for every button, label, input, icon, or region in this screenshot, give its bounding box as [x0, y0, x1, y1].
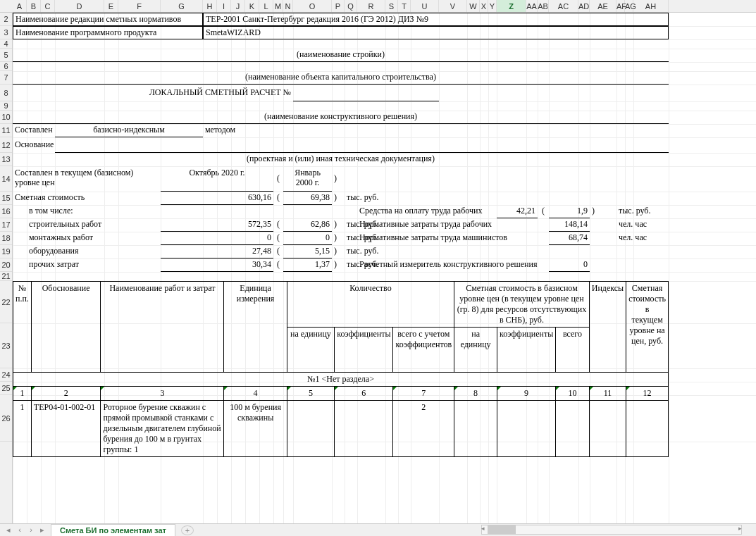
cell-labels-r15_g[interactable]: 630,16: [161, 192, 273, 205]
cell-labels-r16_b[interactable]: в том числе:: [27, 205, 161, 218]
col-header-X[interactable]: X: [480, 0, 488, 12]
row-header-25[interactable]: 25: [0, 382, 12, 395]
row-header-4[interactable]: 4: [0, 39, 12, 49]
row-header-5[interactable]: 5: [0, 49, 12, 62]
row-header-12[interactable]: 12: [0, 137, 12, 153]
cell-labels-r14_g[interactable]: Октябрь 2020 г.: [161, 166, 273, 192]
row-name[interactable]: Роторное бурение скважин с прямой промыв…: [101, 401, 224, 457]
row-c11[interactable]: [589, 401, 626, 457]
row-header-13[interactable]: 13: [0, 153, 12, 166]
col-header-L[interactable]: L: [259, 0, 273, 12]
row-header-7[interactable]: 7: [0, 71, 12, 85]
col-header-P[interactable]: P: [332, 0, 345, 12]
row-header-24[interactable]: 24: [0, 368, 12, 382]
cell-labels-r18_r[interactable]: Нормативные затраты труда машинистов: [357, 232, 549, 245]
row-c6[interactable]: [335, 401, 393, 457]
cell-labels-r17_af[interactable]: чел. час: [616, 218, 669, 232]
cell-labels-r12_a[interactable]: Основание: [13, 137, 55, 153]
cell-labels-r11_h[interactable]: методом: [203, 124, 259, 137]
cell-labels-r16_r[interactable]: Средства на оплату труда рабочих: [357, 205, 497, 218]
row-header-8[interactable]: 8: [0, 85, 12, 101]
cell-labels-r17_m[interactable]: (: [273, 218, 283, 232]
row-code[interactable]: ТЕР04-01-002-01: [31, 401, 101, 457]
col-header-M[interactable]: M: [273, 0, 283, 12]
col-header-E[interactable]: E: [104, 0, 118, 12]
cell-labels-r18_p[interactable]: ): [332, 232, 345, 245]
col-header-Q[interactable]: Q: [345, 0, 357, 12]
cell-labels-r20_ac[interactable]: 0: [549, 258, 590, 272]
cell-labels-r15_n[interactable]: 69,38: [283, 192, 332, 205]
col-header-U[interactable]: U: [411, 0, 439, 12]
col-header-K[interactable]: K: [245, 0, 259, 12]
cell-labels-r17_n[interactable]: 62,86: [283, 218, 332, 232]
row-n[interactable]: 1: [13, 401, 32, 457]
row-unit[interactable]: 100 м бурения скважины: [224, 401, 287, 457]
col-header-F[interactable]: F: [118, 0, 161, 12]
cell-labels-r18_b[interactable]: монтажных работ: [27, 232, 161, 245]
col-header-R[interactable]: R: [357, 0, 385, 12]
cell-labels-r20_b[interactable]: прочих затрат: [27, 258, 161, 272]
row-qty[interactable]: 2: [393, 401, 454, 457]
row-header-11[interactable]: 11: [0, 124, 12, 137]
cell-labels-r14_n[interactable]: Январь 2000 г.: [283, 166, 332, 192]
cell-labels-r8[interactable]: ЛОКАЛЬНЫЙ СМЕТНЫЙ РАСЧЕТ №: [13, 85, 293, 101]
col-header-O[interactable]: O: [293, 0, 332, 12]
add-sheet-button[interactable]: +: [181, 525, 194, 535]
cell-labels-r15_p[interactable]: ): [332, 192, 345, 205]
col-header-V[interactable]: V: [439, 0, 467, 12]
cells[interactable]: Наименование редакции сметных нормативов…: [13, 13, 756, 523]
tab-last[interactable]: ▸: [37, 525, 48, 535]
row-header-26[interactable]: 26: [0, 395, 12, 442]
col-header-I[interactable]: I: [217, 0, 231, 12]
row-header-15[interactable]: 15: [0, 192, 12, 205]
cell-labels-r16_ab[interactable]: (: [538, 205, 549, 218]
cell-labels-r13[interactable]: (проектная и (или) иная техническая доку…: [13, 153, 669, 166]
col-header-Z[interactable]: Z: [497, 0, 526, 12]
tab-first[interactable]: ◂: [3, 525, 14, 535]
row-header-18[interactable]: 18: [0, 232, 12, 245]
cell-labels-r20_n[interactable]: 1,37: [283, 258, 332, 272]
cell-labels-r18_n[interactable]: 0: [283, 232, 332, 245]
col-header-AA[interactable]: AA: [526, 0, 538, 12]
col-header-T[interactable]: T: [398, 0, 411, 12]
col-header-AC[interactable]: AC: [549, 0, 578, 12]
cell-labels-r20_m[interactable]: (: [273, 258, 283, 272]
cell-labels-r15_q[interactable]: тыс. руб.: [345, 192, 411, 205]
col-header-Y[interactable]: Y: [488, 0, 497, 12]
cell-labels-r14_a[interactable]: Составлен в текущем (базисном) уровне це…: [13, 166, 161, 192]
row-header-21[interactable]: 21: [0, 272, 12, 281]
col-header-S[interactable]: S: [385, 0, 398, 12]
cell-labels-r18_g[interactable]: 0: [161, 232, 273, 245]
cell-labels-r18_ac[interactable]: 68,74: [549, 232, 590, 245]
cell-labels-r15_m[interactable]: (: [273, 192, 283, 205]
row-c5[interactable]: [287, 401, 335, 457]
cell-labels-r17_ac[interactable]: 148,14: [549, 218, 590, 232]
col-header-H[interactable]: H: [203, 0, 217, 12]
cell-labels-r14_m[interactable]: (: [273, 166, 283, 192]
col-header-J[interactable]: J: [231, 0, 245, 12]
row-header-19[interactable]: 19: [0, 245, 12, 258]
row-header-22[interactable]: 22: [0, 281, 12, 323]
row-c9[interactable]: [497, 401, 555, 457]
cell-labels-r16_z[interactable]: 42,21: [497, 205, 538, 218]
col-header-C[interactable]: C: [41, 0, 55, 12]
row-header-3[interactable]: 3: [0, 26, 12, 39]
cell-labels-r17_g[interactable]: 572,35: [161, 218, 273, 232]
cell-labels-r18_m[interactable]: (: [273, 232, 283, 245]
row-header-2[interactable]: 2: [0, 13, 12, 26]
row-c8[interactable]: [454, 401, 497, 457]
cell-labels-r20_g[interactable]: 30,34: [161, 258, 273, 272]
cell-labels-r17_b[interactable]: строительных работ: [27, 218, 161, 232]
cell-labels-r16_ae[interactable]: ): [590, 205, 616, 218]
cell-labels-r7[interactable]: (наименование объекта капитального строи…: [13, 71, 669, 85]
col-header-D[interactable]: D: [55, 0, 104, 12]
cell-labels-r3_h[interactable]: SmetaWIZARD: [203, 26, 669, 39]
cell-labels-r10[interactable]: (наименование конструктивного решения): [13, 111, 669, 124]
row-header-20[interactable]: 20: [0, 258, 12, 272]
col-header-G[interactable]: G: [161, 0, 203, 12]
cell-labels-r19_p[interactable]: ): [332, 245, 345, 258]
row-header-17[interactable]: 17: [0, 218, 12, 232]
cell-labels-r19_n[interactable]: 5,15: [283, 245, 332, 258]
col-header-AF[interactable]: AF: [616, 0, 625, 12]
cell-labels-r16_ac[interactable]: 1,9: [549, 205, 590, 218]
